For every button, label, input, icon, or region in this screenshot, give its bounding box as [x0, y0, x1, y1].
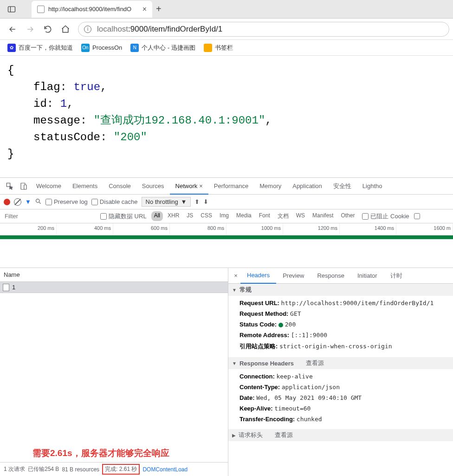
tab-title: http://localhost:9000/item/findO [48, 6, 139, 13]
hide-data-checkbox[interactable]: 隐藏数据 URL [100, 212, 147, 221]
devtools-tab[interactable]: Sources [136, 178, 170, 195]
timeline[interactable]: 200 ms400 ms600 ms800 ms1000 ms1200 ms14… [0, 223, 453, 235]
forward-button[interactable] [22, 21, 38, 37]
detail-tab[interactable]: Initiator [351, 268, 384, 284]
nav-bar: i localhost:9000/item/findOrderById/1 [0, 19, 453, 40]
devtools-tab[interactable]: 安全性 [328, 178, 357, 195]
download-icon[interactable]: ⬇ [203, 198, 208, 205]
url-bar[interactable]: i localhost:9000/item/findOrderById/1 [78, 22, 449, 37]
filter-icon[interactable]: ▼ [25, 198, 31, 205]
header-row: Status Code: 200 [239, 319, 453, 330]
filter-type[interactable]: All [151, 211, 163, 221]
response-headers-section[interactable]: ▼Response Headers查看源 [228, 357, 453, 369]
file-icon [37, 6, 45, 13]
close-icon[interactable]: × [199, 183, 203, 189]
clear-button[interactable] [14, 198, 21, 206]
header-row: Remote Address: [::1]:9000 [239, 330, 453, 340]
header-row: Request Method: GET [239, 308, 453, 319]
filter-type[interactable]: XHR [165, 211, 182, 221]
header-row: 引用站点策略: strict-origin-when-cross-origin [239, 340, 453, 352]
detail-tab[interactable]: Response [311, 268, 351, 284]
search-icon[interactable] [35, 198, 42, 206]
header-row: Request URL: http://localhost:9000/item/… [239, 298, 453, 308]
headers-body: ▼常规 Request URL: http://localhost:9000/i… [228, 284, 453, 476]
general-section[interactable]: ▼常规 [228, 284, 453, 296]
sidebar-icon[interactable] [3, 0, 20, 18]
detail-tab[interactable]: Headers [240, 268, 276, 284]
filter-type[interactable]: 文档 [275, 211, 291, 221]
disable-cache-checkbox[interactable]: Disable cache [91, 198, 138, 205]
close-icon[interactable]: × [142, 5, 147, 13]
record-button[interactable] [4, 199, 10, 205]
network-toolbar: ▼ Preserve log Disable cache No throttli… [0, 195, 453, 209]
header-row: Content-Type: application/json [239, 382, 453, 392]
bookmark-item[interactable]: ✿百度一下，你就知道 [7, 44, 73, 52]
extra-checkbox[interactable] [414, 213, 420, 219]
upload-icon[interactable]: ⬆ [194, 198, 200, 205]
folder-icon [204, 44, 212, 52]
request-row[interactable]: 1 [0, 282, 228, 293]
header-row: Transfer-Encoding: chunked [239, 414, 453, 424]
browser-tab[interactable]: http://localhost:9000/item/findO × [32, 1, 152, 18]
bookmark-item[interactable]: OnProcessOn [81, 44, 122, 52]
devtools-tab[interactable]: Application [287, 178, 328, 195]
close-detail-icon[interactable]: × [231, 272, 240, 279]
svg-rect-4 [24, 185, 26, 189]
filter-type[interactable]: JS [184, 211, 196, 221]
filter-bar: 隐藏数据 URL AllXHRJSCSSImgMediaFont文档WSMani… [0, 209, 453, 223]
paw-icon: ✿ [7, 44, 16, 52]
filter-input[interactable] [3, 212, 96, 221]
filter-type[interactable]: CSS [198, 211, 215, 221]
svg-line-6 [39, 202, 40, 203]
inspect-icon[interactable] [4, 180, 16, 192]
home-button[interactable] [58, 21, 73, 37]
devtools-tab[interactable]: Network× [170, 178, 208, 195]
devtools-tab[interactable]: Welcome [31, 178, 67, 195]
devtools-tab[interactable]: Elements [67, 178, 103, 195]
detail-tab[interactable]: Preview [276, 268, 311, 284]
filter-type[interactable]: Media [233, 211, 254, 221]
back-button[interactable] [5, 21, 20, 37]
On-icon: On [81, 44, 90, 52]
url-text: localhost:9000/item/findOrderById/1 [97, 25, 222, 34]
filter-type[interactable]: Manifest [310, 211, 336, 221]
svg-rect-0 [8, 7, 15, 12]
filter-type[interactable]: WS [293, 211, 308, 221]
devtools-tab[interactable]: Console [103, 178, 136, 195]
header-row: Connection: keep-alive [239, 371, 453, 382]
devtools-tabs: WelcomeElementsConsoleSourcesNetwork×Per… [0, 178, 453, 195]
title-bar: http://localhost:9000/item/findO × + [0, 0, 453, 19]
devtools-tab[interactable]: Performance [208, 178, 254, 195]
request-headers-section[interactable]: ▶请求标头查看源 [228, 429, 453, 441]
devtools-tab[interactable]: Lightho [357, 178, 388, 195]
bookmark-item[interactable]: N个人中心 - 迅捷画图 [130, 44, 195, 52]
reload-button[interactable] [40, 21, 56, 37]
filter-type[interactable]: Img [217, 211, 232, 221]
filter-type[interactable]: Other [338, 211, 357, 221]
N-icon: N [130, 44, 139, 52]
throttle-select[interactable]: No throttling▼ [142, 197, 191, 207]
json-response: { flag: true, id: 1, message: "查询成功192.1… [0, 56, 453, 169]
waterfall-area[interactable] [0, 239, 453, 268]
bookmark-item[interactable]: 书签栏 [204, 44, 233, 52]
request-footer: 1 次请求 已传输254 B 81 B resources 完成: 2.61 秒… [0, 462, 228, 476]
request-list: Name 1 需要2.61s，服务器才能够完全响应 1 次请求 已传输254 B… [0, 268, 228, 476]
filter-type[interactable]: Font [256, 211, 273, 221]
new-tab-button[interactable]: + [156, 4, 162, 14]
blocked-cookie-checkbox[interactable]: 已阻止 Cookie [362, 212, 409, 221]
timeline-progress [0, 235, 453, 239]
preserve-log-checkbox[interactable]: Preserve log [45, 198, 88, 205]
devtools-tab[interactable]: Memory [254, 178, 287, 195]
detail-panel: × HeadersPreviewResponseInitiator计时 ▼常规 … [228, 268, 453, 476]
header-row: Date: Wed, 05 May 2021 09:40:10 GMT [239, 392, 453, 403]
detail-tabs: × HeadersPreviewResponseInitiator计时 [228, 268, 453, 284]
detail-tab[interactable]: 计时 [384, 268, 409, 284]
document-icon [3, 284, 9, 291]
devtools: WelcomeElementsConsoleSourcesNetwork×Per… [0, 177, 453, 476]
svg-point-5 [36, 199, 39, 202]
annotation-text: 需要2.61s，服务器才能够完全响应 [32, 447, 169, 459]
device-icon[interactable] [18, 180, 30, 192]
header-row: Keep-Alive: timeout=60 [239, 403, 453, 414]
column-name[interactable]: Name [0, 268, 228, 282]
info-icon[interactable]: i [84, 26, 91, 33]
